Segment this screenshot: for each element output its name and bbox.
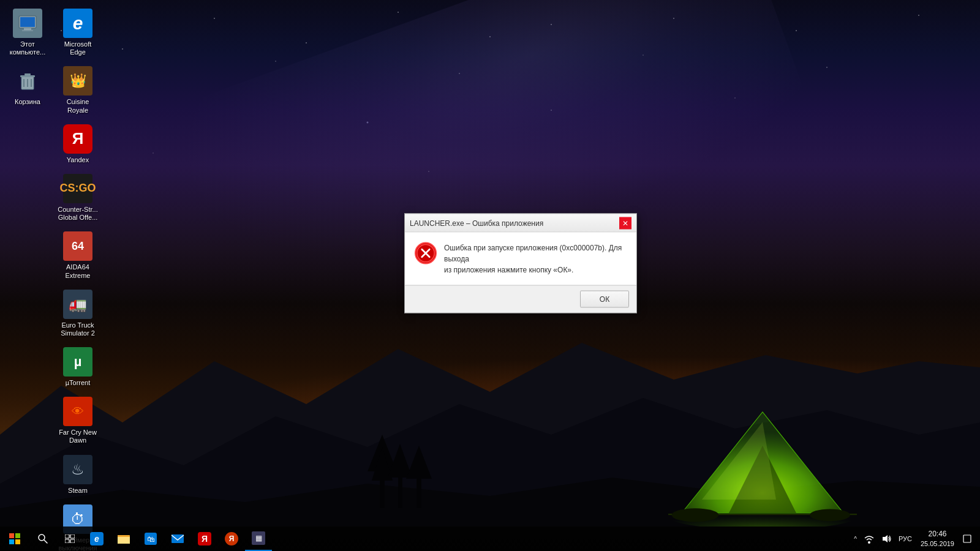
mail-taskbar-icon — [171, 532, 184, 545]
svg-rect-30 — [9, 533, 14, 538]
taskbar-store-button[interactable]: 🛍 — [137, 527, 164, 551]
systray-volume-icon[interactable] — [878, 527, 895, 551]
svg-rect-32 — [9, 539, 14, 544]
desktop-icon-aida[interactable]: 64 AIDA64Extreme — [53, 229, 102, 282]
svg-point-15 — [672, 508, 719, 522]
cs-icon-label: Counter-Str...Global Offe... — [58, 206, 97, 222]
store-taskbar-icon: 🛍 — [144, 532, 157, 545]
yandex2-taskbar-icon: Я — [225, 532, 238, 545]
farcry-icon-label: Far Cry NewDawn — [59, 429, 97, 444]
desktop-icon-edge[interactable]: e MicrosoftEdge — [53, 6, 102, 59]
ets-icon-img: 🚛 — [63, 290, 92, 319]
desktop-icons-container: Этоткомпьюте... Корзина — [0, 0, 107, 551]
svg-rect-18 — [20, 17, 35, 27]
taskbar-yandex-button[interactable]: Я — [191, 527, 218, 551]
svg-marker-11 — [682, 412, 843, 513]
svg-marker-5 — [372, 447, 393, 481]
desktop-icon-utorrent[interactable]: µ µTorrent — [53, 345, 102, 389]
dialog-titlebar: LAUNCHER.exe – Ошибка приложения ✕ — [405, 214, 636, 233]
explorer-taskbar-icon — [117, 532, 130, 545]
svg-rect-36 — [65, 534, 69, 538]
svg-marker-4 — [368, 435, 397, 471]
cuisine-icon-label: CuisineRoyale — [67, 98, 89, 114]
svg-rect-3 — [380, 459, 385, 508]
systray-expand-button[interactable]: ^ — [850, 527, 861, 551]
svg-rect-31 — [15, 533, 20, 538]
taskbar-active-app-button[interactable]: ▦ — [245, 527, 272, 551]
windows-logo-icon — [9, 533, 20, 544]
svg-point-16 — [810, 509, 850, 521]
taskbar: e 🛍 — [0, 527, 980, 551]
computer-icon-label: Этоткомпьюте... — [10, 40, 46, 56]
svg-rect-19 — [24, 28, 31, 30]
start-button[interactable] — [0, 527, 29, 551]
dialog-close-button[interactable]: ✕ — [619, 217, 631, 229]
yandex-icon-img: Я — [63, 124, 92, 154]
svg-point-46 — [868, 541, 870, 544]
error-icon — [415, 242, 437, 264]
systray-clock[interactable]: 20:46 25.05.2019 — [916, 527, 959, 551]
dialog-message: Ошибка при запуске приложения (0xc000007… — [444, 242, 627, 276]
systray-network-icon[interactable] — [861, 527, 878, 551]
svg-marker-9 — [406, 446, 432, 479]
svg-rect-45 — [172, 534, 184, 543]
desktop-icon-yandex[interactable]: Я Yandex — [53, 122, 102, 167]
svg-marker-1 — [0, 398, 980, 527]
network-icon — [864, 534, 874, 544]
utorrent-icon-img: µ — [63, 347, 92, 377]
svg-rect-38 — [65, 539, 69, 543]
steam-icon-label: Steam — [68, 487, 88, 495]
systray-notification-button[interactable] — [959, 527, 975, 551]
cs-icon-img: CS:GO — [63, 174, 92, 203]
svg-rect-41 — [118, 537, 130, 544]
taskview-icon — [65, 534, 75, 543]
aida-icon-label: AIDA64Extreme — [66, 263, 91, 279]
svg-marker-0 — [0, 343, 980, 527]
trash-icon-label: Корзина — [15, 98, 40, 106]
edge-taskbar-icon: e — [90, 532, 104, 545]
svg-rect-33 — [15, 539, 20, 544]
cuisine-icon-img: 👑 — [63, 66, 92, 96]
yandex-taskbar-icon: Я — [198, 532, 211, 545]
desktop-icon-trash[interactable]: Корзина — [3, 64, 52, 108]
taskbar-mail-button[interactable] — [164, 527, 191, 551]
trash-icon-img — [13, 66, 42, 96]
svg-point-10 — [668, 503, 857, 527]
desktop-icon-cs[interactable]: CS:GO Counter-Str...Global Offe... — [53, 171, 102, 224]
dialog-body: Ошибка при запуске приложения (0xc000007… — [405, 233, 636, 285]
dialog-footer: ОК — [405, 285, 636, 313]
svg-marker-13 — [702, 422, 776, 500]
farcry-icon-img: 👁 — [63, 397, 92, 426]
taskbar-app-buttons: e 🛍 — [83, 527, 272, 551]
dialog-ok-button[interactable]: ОК — [580, 291, 629, 308]
systray-language[interactable]: РУС — [895, 527, 916, 551]
svg-line-35 — [44, 540, 47, 543]
desktop: Этоткомпьюте... Корзина — [0, 0, 980, 551]
taskbar-search-button[interactable] — [29, 527, 56, 551]
svg-marker-12 — [729, 446, 796, 513]
taskbar-systray: ^ РУС 20:46 2 — [850, 527, 980, 551]
desktop-icon-farcry[interactable]: 👁 Far Cry NewDawn — [53, 394, 102, 447]
svg-rect-23 — [24, 73, 31, 75]
active-app-taskbar-icon: ▦ — [252, 531, 265, 545]
notification-icon — [963, 534, 971, 543]
taskbar-taskview-button[interactable] — [56, 527, 83, 551]
svg-rect-22 — [20, 75, 35, 77]
desktop-icon-steam[interactable]: ♨ Steam — [53, 452, 102, 497]
taskbar-explorer-button[interactable] — [110, 527, 137, 551]
desktop-icon-computer[interactable]: Этоткомпьюте... — [3, 6, 52, 59]
desktop-icon-cuisine[interactable]: 👑 CuisineRoyale — [53, 64, 102, 116]
taskbar-edge-button[interactable]: e — [83, 527, 110, 551]
systray-date: 25.05.2019 — [921, 539, 954, 548]
ets-icon-label: Euro TruckSimulator 2 — [61, 321, 95, 337]
taskbar-yandex2-button[interactable]: Я — [218, 527, 245, 551]
desktop-icon-ets[interactable]: 🚛 Euro TruckSimulator 2 — [53, 287, 102, 340]
svg-text:🛍: 🛍 — [147, 534, 155, 544]
svg-marker-7 — [388, 444, 412, 478]
svg-rect-20 — [22, 30, 33, 31]
tent-illustration — [655, 392, 870, 527]
svg-rect-42 — [118, 535, 123, 537]
systray-time: 20:46 — [928, 530, 946, 539]
svg-rect-37 — [70, 534, 75, 538]
svg-rect-8 — [417, 471, 421, 508]
